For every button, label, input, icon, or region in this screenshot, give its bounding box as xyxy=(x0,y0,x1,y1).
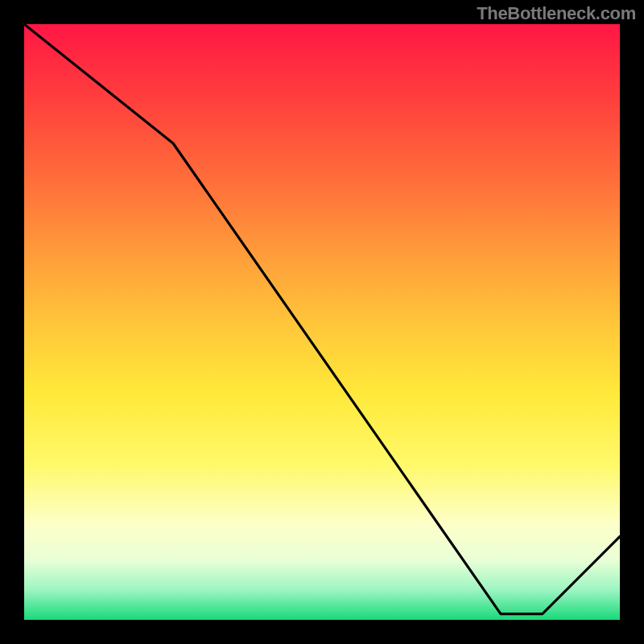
bottleneck-curve-path xyxy=(24,24,620,614)
line-series xyxy=(24,24,620,620)
plot-area xyxy=(24,24,620,620)
watermark-text: TheBottleneck.com xyxy=(477,3,636,24)
chart-frame: TheBottleneck.com xyxy=(0,0,644,644)
